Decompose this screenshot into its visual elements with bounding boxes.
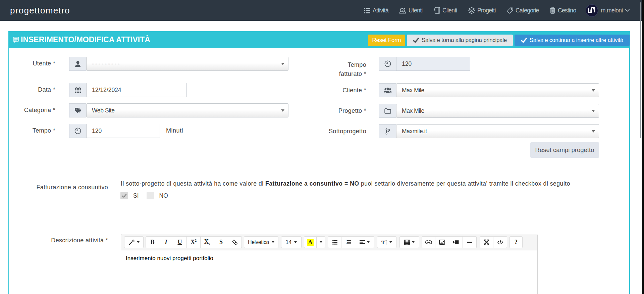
underline-button[interactable]: U bbox=[173, 236, 187, 248]
checkbox-si[interactable] bbox=[120, 192, 128, 199]
caret-down-icon bbox=[320, 241, 322, 243]
paragraph-align-dropdown[interactable] bbox=[355, 236, 374, 248]
reset-campi-progetto-button[interactable]: Reset campi progetto bbox=[530, 142, 599, 158]
progetto-input-group: Max Mile bbox=[379, 104, 599, 118]
progetto-select[interactable]: Max Mile bbox=[396, 104, 599, 118]
data-value: 12/12/2024 bbox=[92, 87, 121, 94]
font-family-dropdown[interactable]: Helvetica bbox=[244, 236, 278, 248]
fullscreen-button[interactable] bbox=[480, 236, 493, 248]
comment-icon bbox=[13, 37, 19, 43]
toolbar-group-insert bbox=[422, 236, 477, 248]
ol-icon: 1 2 bbox=[345, 240, 351, 245]
sottoprogetto-select[interactable]: Maxmile.it bbox=[396, 124, 599, 138]
ordered-list-button[interactable]: 1 2 bbox=[341, 236, 355, 248]
table-dropdown[interactable] bbox=[399, 236, 419, 248]
nav-item-cestino[interactable]: Cestino bbox=[550, 0, 576, 21]
editor-text: Inserimento nuovi progetti portfolio bbox=[126, 255, 213, 261]
reset-form-button[interactable]: Reset Form bbox=[368, 35, 405, 46]
link-button[interactable] bbox=[422, 236, 435, 248]
users-addon bbox=[379, 83, 396, 97]
checkbox-no-label: NO bbox=[159, 192, 168, 199]
chevron-down-icon bbox=[625, 9, 630, 12]
data-input[interactable]: 12/12/2024 bbox=[86, 83, 187, 97]
code-fork-icon bbox=[385, 128, 391, 135]
code-view-button[interactable] bbox=[493, 236, 507, 248]
checkbox-no[interactable] bbox=[147, 192, 154, 199]
clock-icon bbox=[384, 60, 391, 67]
help-text-before: Il sotto-progetto di questa attività ha … bbox=[121, 180, 265, 187]
categoria-input-group: Web Site bbox=[69, 103, 288, 117]
avatar bbox=[586, 4, 598, 17]
strikethrough-button[interactable]: S bbox=[214, 236, 228, 248]
users-group-icon bbox=[384, 87, 392, 94]
label-tempo: Tempo * bbox=[0, 127, 55, 134]
line-height-dropdown[interactable]: T bbox=[377, 236, 396, 248]
trash-icon bbox=[550, 7, 555, 14]
nav-item-utenti[interactable]: Utenti bbox=[399, 0, 423, 21]
tempo-input[interactable]: 120 bbox=[86, 124, 160, 138]
nav-item-progetti[interactable]: Progetti bbox=[468, 0, 496, 21]
nav-label: Progetti bbox=[477, 7, 496, 14]
brand-logo[interactable]: progettometro bbox=[10, 0, 70, 21]
editor-content[interactable]: Inserimento nuovi progetti portfolio bbox=[121, 250, 537, 294]
italic-button[interactable]: I bbox=[159, 236, 173, 248]
nav-item-clienti[interactable]: Clienti bbox=[434, 0, 457, 21]
progetto-value: Max Mile bbox=[402, 107, 424, 114]
label-utente: Utente * bbox=[0, 60, 55, 67]
picture-button[interactable] bbox=[435, 236, 449, 248]
save-return-button[interactable]: Salva e torna alla pagina principale bbox=[407, 35, 513, 46]
underline-glyph: U bbox=[178, 239, 182, 246]
caret-down-icon bbox=[592, 89, 595, 92]
cliente-select[interactable]: Max Mile bbox=[396, 83, 599, 97]
cliente-value: Max Mile bbox=[402, 87, 424, 94]
caret-down-icon bbox=[592, 110, 595, 112]
svg-text:T: T bbox=[381, 240, 385, 245]
user-addon bbox=[69, 57, 86, 71]
font-color-caret-button[interactable] bbox=[317, 236, 325, 248]
link-icon bbox=[425, 240, 432, 244]
tempo-fatturato-input[interactable]: 120 bbox=[396, 57, 470, 71]
horizontal-rule-button[interactable] bbox=[463, 236, 477, 248]
clock-addon bbox=[69, 124, 86, 138]
panel-title-text: INSERIMENTO/MODIFICA ATTIVITÀ bbox=[21, 35, 150, 44]
font-size-dropdown[interactable]: 14 bbox=[281, 236, 302, 248]
caret-down-icon bbox=[412, 241, 415, 243]
utente-value: --------- bbox=[92, 60, 121, 67]
cliente-input-group: Max Mile bbox=[379, 83, 599, 97]
nav-item-categorie[interactable]: Categorie bbox=[507, 0, 539, 21]
subscript-glyph: X2 bbox=[204, 238, 210, 246]
eraser-button[interactable] bbox=[228, 236, 242, 248]
minus-icon bbox=[467, 242, 472, 243]
toolbar-group-para: 1 2 bbox=[328, 236, 374, 248]
help-button[interactable]: ? bbox=[509, 236, 523, 248]
nav-label: Utenti bbox=[409, 7, 423, 14]
utente-select[interactable]: --------- bbox=[86, 57, 288, 71]
tempo-input-group: 120 bbox=[69, 124, 160, 138]
sottoprogetto-input-group: Maxmile.it bbox=[379, 124, 599, 138]
unordered-list-button[interactable] bbox=[328, 236, 341, 248]
categoria-select[interactable]: Web Site bbox=[86, 103, 288, 117]
caret-down-icon bbox=[294, 241, 297, 243]
tag-icon bbox=[507, 7, 513, 14]
save-continue-button[interactable]: Salva e continua a inserire altre attivi… bbox=[515, 35, 630, 46]
user-menu[interactable]: m.meloni bbox=[586, 0, 630, 21]
superscript-button[interactable]: X2 bbox=[187, 236, 201, 248]
fatturazione-options: SI NO bbox=[120, 192, 168, 199]
font-color-button[interactable]: A bbox=[304, 236, 317, 248]
tempo-value: 120 bbox=[92, 128, 102, 135]
editor-toolbar: B I U X2 X2 S Helvetica bbox=[121, 234, 537, 250]
table-icon bbox=[404, 240, 410, 245]
scrollbar-thumb[interactable] bbox=[640, 2, 641, 138]
tags-icon bbox=[74, 107, 82, 114]
video-icon bbox=[453, 240, 459, 244]
video-button[interactable] bbox=[449, 236, 463, 248]
nav-item-attivita[interactable]: Attività bbox=[364, 0, 388, 21]
subscript-button[interactable]: X2 bbox=[201, 236, 214, 248]
style-magic-button[interactable] bbox=[124, 236, 144, 248]
page: progettometro Attività Utenti bbox=[0, 0, 644, 294]
bold-button[interactable]: B bbox=[146, 236, 159, 248]
fork-addon bbox=[379, 124, 396, 138]
check-icon bbox=[122, 194, 127, 198]
label-categoria: Categoria * bbox=[0, 107, 55, 114]
magic-wand-icon bbox=[128, 239, 135, 245]
